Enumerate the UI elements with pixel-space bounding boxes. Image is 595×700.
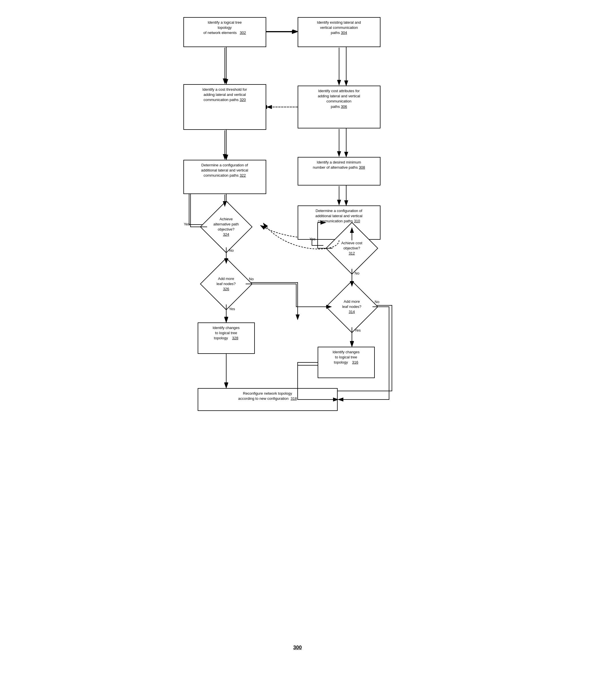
yes-label-314: Yes xyxy=(355,328,361,332)
box-310-text: Determine a configuration ofadditional l… xyxy=(315,209,363,223)
box-302-ref: 302 xyxy=(240,31,246,35)
box-318-ref: 318 xyxy=(290,396,297,401)
box-328: Identify changesto logical treetopology … xyxy=(198,323,255,354)
yes-label-326: Yes xyxy=(229,307,235,311)
diamond-314-text: Add moreleaf nodes?314 xyxy=(342,299,361,315)
diamond-314: Add moreleaf nodes?314 xyxy=(332,287,372,327)
box-304-text: Identify existing lateral andvertical co… xyxy=(317,20,361,35)
box-322-ref: 322 xyxy=(240,173,246,178)
diamond-312-text: Achieve costobjective?312 xyxy=(341,241,363,256)
box-308-ref: 308 xyxy=(359,165,365,170)
box-316-ref: 316 xyxy=(352,360,358,364)
box-302: Identify a logical tree topology of netw… xyxy=(183,17,266,47)
no-label-324: No xyxy=(229,248,234,252)
diamond-312: Achieve costobjective?312 xyxy=(332,228,372,268)
diamond-324: Achievealternative pathobjective?324 xyxy=(206,207,246,247)
box-306: Identify cost attributes foradding later… xyxy=(298,86,380,128)
flowchart-diagram: Identify a logical tree topology of netw… xyxy=(175,8,421,636)
box-328-ref: 328 xyxy=(232,336,238,340)
box-316-text: Identify changesto logical treetopology … xyxy=(333,350,360,364)
box-318-text: Reconfigure network topologyaccording to… xyxy=(238,391,297,401)
diamond-326-text: Add moreleaf nodes?326 xyxy=(217,276,236,292)
box-304-ref: 304 xyxy=(341,31,347,35)
box-322: Determine a configuration ofadditional l… xyxy=(183,160,266,194)
figure-label: 300 xyxy=(293,645,302,651)
box-318: Reconfigure network topologyaccording to… xyxy=(198,388,338,411)
no-label-326: No xyxy=(249,277,254,281)
box-304: Identify existing lateral andvertical co… xyxy=(298,17,380,47)
no-label-314: No xyxy=(375,300,379,304)
box-328-text: Identify changesto logical treetopology … xyxy=(213,326,240,340)
box-302-text: Identify a logical tree topology of netw… xyxy=(203,20,242,35)
diamond-326: Add moreleaf nodes?326 xyxy=(206,264,246,304)
box-320-text: Identify a cost threshold foradding late… xyxy=(202,87,247,102)
no-label-312: No xyxy=(355,271,360,275)
box-316: Identify changesto logical treetopology … xyxy=(318,347,375,378)
box-306-ref: 306 xyxy=(341,104,347,109)
box-322-text: Determine a configuration ofadditional l… xyxy=(201,163,248,178)
box-306-text: Identify cost attributes foradding later… xyxy=(318,89,360,109)
diamond-324-text: Achievealternative pathobjective?324 xyxy=(214,217,239,237)
box-320: Identify a cost threshold foradding late… xyxy=(183,84,266,130)
yes-label-324: Yes xyxy=(184,222,190,226)
box-308-text: Identify a desired minimumnumber of alte… xyxy=(313,160,365,170)
box-320-ref: 320 xyxy=(240,98,246,102)
yes-label-312: Yes xyxy=(310,237,316,241)
box-308: Identify a desired minimumnumber of alte… xyxy=(298,157,380,185)
box-310-ref: 310 xyxy=(354,219,360,223)
